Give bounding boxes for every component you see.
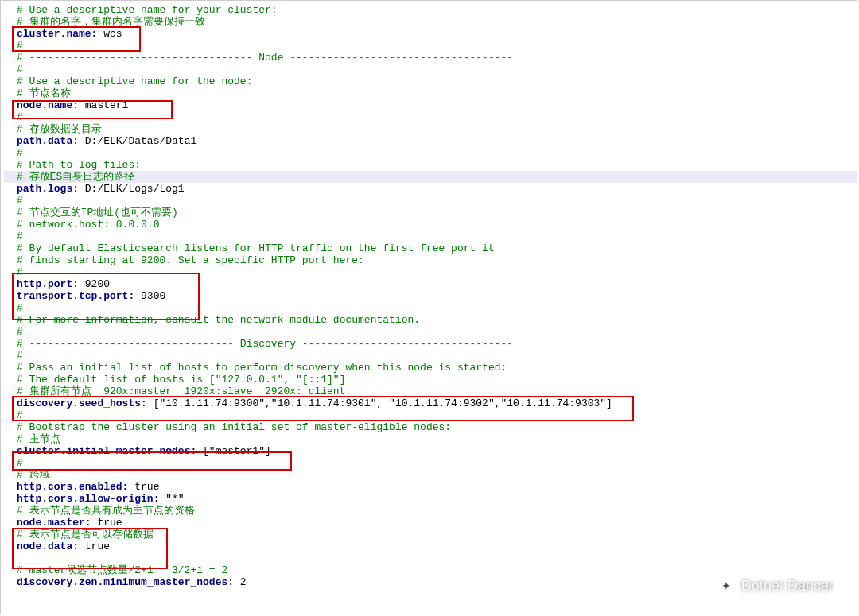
yaml-key: node.master: [17, 517, 91, 529]
code-line: # ------------------------------------ N… [4, 52, 857, 64]
comment-text: # The default list of hosts is ["127.0.0… [17, 374, 345, 385]
code-editor: # Use a descriptive name for your cluste… [0, 0, 857, 614]
code-line: transport.tcp.port: 9300 [4, 290, 857, 302]
code-line: node.name: master1 [4, 99, 857, 111]
yaml-key: path.logs: [17, 183, 79, 195]
yaml-key: path.data: [17, 135, 79, 147]
comment-text: # 存放数据的目录 [17, 123, 102, 135]
comment-text: # [17, 266, 23, 278]
comment-text: # [17, 231, 23, 242]
comment-text: # ------------------------------------ N… [17, 52, 513, 64]
code-line: # [4, 147, 857, 159]
comment-text: # network.host: 0.0.0.0 [17, 219, 159, 231]
comment-text: # [17, 195, 23, 207]
code-line: # 节点交互的IP地址(也可不需要) [4, 207, 857, 219]
yaml-key: transport.tcp.port: [17, 290, 134, 302]
comment-text: # 表示节点是否具有成为主节点的资格 [17, 505, 195, 517]
comment-text: # 集群的名字，集群内名字需要保持一致 [17, 16, 205, 28]
code-line: # 主节点 [4, 433, 857, 445]
code-line: # [4, 326, 857, 338]
comment-text: # [17, 111, 23, 123]
yaml-key: node.name: [17, 99, 79, 111]
yaml-key: cluster.initial_master_nodes: [17, 445, 196, 457]
yaml-value: ["master1"] [196, 445, 271, 457]
yaml-value: ["10.1.11.74:9300","10.1.11.74:9301", "1… [147, 397, 612, 409]
code-line: node.data: true [4, 540, 857, 552]
yaml-value: 9300 [134, 290, 165, 302]
watermark-text: Dotnet Dancer [741, 578, 834, 595]
code-line: cluster.initial_master_nodes: ["master1"… [4, 445, 857, 457]
comment-text: # Use a descriptive name for your cluste… [17, 4, 278, 16]
comment-text: # For more information, consult the netw… [17, 314, 420, 326]
watermark: ✦ Dotnet Dancer [717, 577, 834, 595]
code-line: # By default Elasticsearch listens for H… [4, 242, 857, 254]
code-line: # The default list of hosts is ["127.0.0… [4, 374, 857, 385]
comment-text: # 存放ES自身日志的路径 [17, 171, 134, 183]
code-line: http.cors.allow-origin: "*" [4, 493, 857, 505]
code-line: # Path to log files: [4, 159, 857, 171]
code-line: # [4, 302, 857, 314]
yaml-value: 2 [234, 576, 247, 588]
yaml-key: http.cors.allow-origin: [17, 493, 159, 505]
yaml-value: true [91, 517, 122, 529]
code-line: # 表示节点是否可以存储数据 [4, 529, 857, 540]
yaml-value: master1 [79, 99, 128, 111]
comment-text: # [17, 457, 23, 469]
comment-text: # [17, 147, 23, 159]
code-line: node.master: true [4, 517, 857, 529]
code-line: # [4, 350, 857, 362]
comment-text: # 节点交互的IP地址(也可不需要) [17, 207, 178, 219]
code-line: # [4, 409, 857, 421]
code-line: # 表示节点是否具有成为主节点的资格 [4, 505, 857, 517]
comment-text: # [17, 350, 23, 362]
yaml-value: wcs [97, 28, 122, 40]
code-line: discovery.seed_hosts: ["10.1.11.74:9300"… [4, 397, 857, 409]
code-line: # 跨域 [4, 469, 857, 481]
code-line: # [4, 64, 857, 76]
code-line: # 集群所有节点 920x:master 1920x:slave 2920x: … [4, 385, 857, 397]
yaml-key: discovery.zen.minimum_master_nodes: [17, 576, 234, 588]
code-line: # --------------------------------- Disc… [4, 338, 857, 350]
code-line: # Use a descriptive name for the node: [4, 76, 857, 87]
comment-text: # Pass an initial list of hosts to perfo… [17, 362, 507, 374]
comment-text: # 表示节点是否可以存储数据 [17, 529, 154, 540]
code-line: # Pass an initial list of hosts to perfo… [4, 362, 857, 374]
code-line: path.data: D:/ELK/Datas/Data1 [4, 135, 857, 147]
code-line: # [4, 231, 857, 242]
comment-text: # [17, 302, 23, 314]
yaml-value: D:/ELK/Datas/Data1 [79, 135, 196, 147]
yaml-value: "*" [159, 493, 184, 505]
comment-text: # 主节点 [17, 433, 60, 445]
code-line: # [4, 195, 857, 207]
code-line: # [4, 457, 857, 469]
code-line: # [4, 40, 857, 52]
code-line: # master候选节点数量/2+1 3/2+1 = 2 [4, 564, 857, 576]
comment-text: # --------------------------------- Disc… [17, 338, 513, 350]
yaml-key: node.data: [17, 540, 79, 552]
comment-text: # [17, 64, 23, 76]
comment-text: # Bootstrap the cluster using an initial… [17, 421, 451, 433]
comment-text: # [17, 40, 23, 52]
yaml-value: true [79, 540, 110, 552]
code-line: # [4, 266, 857, 278]
code-line: # network.host: 0.0.0.0 [4, 219, 857, 231]
yaml-key: http.port: [17, 278, 79, 290]
comment-text: # Use a descriptive name for the node: [17, 76, 252, 87]
code-line: http.cors.enabled: true [4, 481, 857, 493]
code-line: path.logs: D:/ELK/Logs/Log1 [4, 183, 857, 195]
yaml-key: cluster.name: [17, 28, 97, 40]
code-line: cluster.name: wcs [4, 28, 857, 40]
code-line: # Use a descriptive name for your cluste… [4, 4, 857, 16]
comment-text: # finds starting at 9200. Set a specific… [17, 254, 364, 266]
code-line: # 存放数据的目录 [4, 123, 857, 135]
wechat-icon: ✦ [717, 577, 735, 595]
code-container: # Use a descriptive name for your cluste… [4, 4, 857, 588]
code-line [4, 552, 857, 564]
code-line: # Bootstrap the cluster using an initial… [4, 421, 857, 433]
comment-text: # 节点名称 [17, 87, 71, 99]
comment-text: # 集群所有节点 920x:master 1920x:slave 2920x: … [17, 385, 345, 397]
code-line: # finds starting at 9200. Set a specific… [4, 254, 857, 266]
yaml-key: http.cors.enabled: [17, 481, 128, 493]
code-line: # For more information, consult the netw… [4, 314, 857, 326]
code-line: # 集群的名字，集群内名字需要保持一致 [4, 16, 857, 28]
